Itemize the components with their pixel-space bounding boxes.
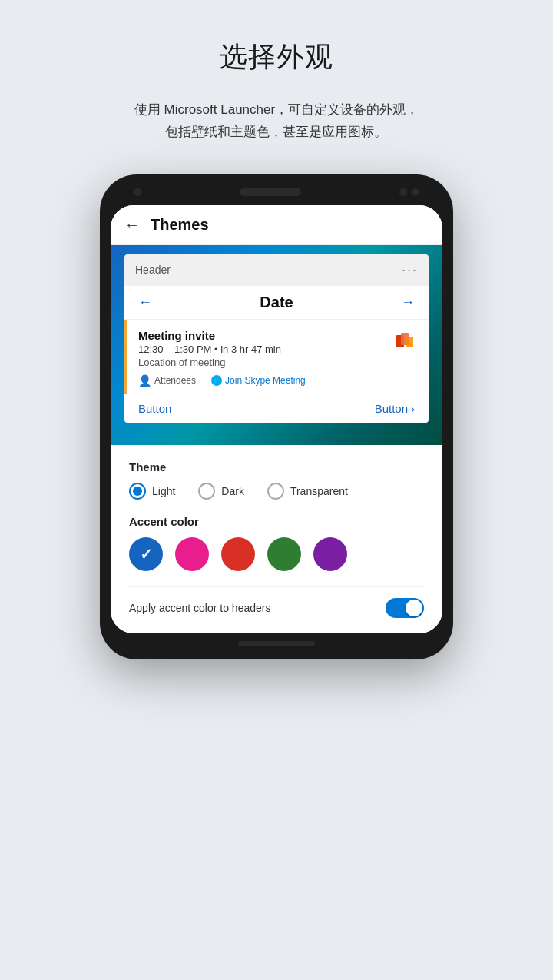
phone-speaker <box>240 188 301 196</box>
skype-icon <box>211 375 222 386</box>
themes-screen-title: Themes <box>151 216 209 234</box>
phone-shell: ← Themes Header ··· ← Date → Meetin <box>100 174 453 659</box>
date-next-arrow-icon[interactable]: → <box>401 294 415 311</box>
phone-cameras-right <box>399 188 419 196</box>
theme-options: Light Dark Transparent <box>129 483 424 500</box>
person-icon: 👤 <box>138 374 151 387</box>
calendar-card-wrapper: Header ··· ← Date → Meeting invite 12:30… <box>124 254 429 423</box>
meeting-location: Location of meeting <box>138 357 393 368</box>
back-arrow-icon[interactable]: ← <box>124 216 140 234</box>
skype-label: Join Skype Meeting <box>225 375 306 386</box>
phone-camera-dot-1 <box>399 188 407 196</box>
meeting-card: Meeting invite 12:30 – 1:30 PM • in 3 hr… <box>124 320 429 394</box>
card-header-text: Header <box>135 264 171 276</box>
meeting-time: 12:30 – 1:30 PM • in 3 hr 47 min <box>138 344 393 355</box>
accent-color-green[interactable] <box>267 537 301 571</box>
theme-section: Theme Light Dark Transparent <box>129 460 424 500</box>
svg-rect-2 <box>406 337 413 347</box>
accent-color-pink[interactable] <box>175 537 209 571</box>
theme-light-label: Light <box>152 485 175 497</box>
card-buttons: Button Button › <box>124 394 429 423</box>
card-date-nav: ← Date → <box>124 286 429 320</box>
radio-transparent[interactable] <box>267 483 284 500</box>
apply-accent-row: Apply accent color to headers <box>129 586 424 621</box>
wallpaper-area: Header ··· ← Date → Meeting invite 12:30… <box>111 245 442 445</box>
apply-accent-toggle[interactable] <box>386 598 424 618</box>
skype-link[interactable]: Join Skype Meeting <box>211 375 306 386</box>
page-subtitle: 使用 Microsoft Launcher，可自定义设备的外观，包括壁纸和主题色… <box>134 99 419 144</box>
phone-bottom-bar <box>238 641 315 646</box>
radio-light-inner <box>133 487 142 496</box>
accent-color-orange-red[interactable] <box>221 537 255 571</box>
settings-area: Theme Light Dark Transparent <box>111 445 442 633</box>
radio-light[interactable] <box>129 483 146 500</box>
card-more-options-icon[interactable]: ··· <box>402 262 418 278</box>
office-icon <box>393 329 418 354</box>
phone-top-bar <box>111 188 442 205</box>
card-header-bar: Header ··· <box>124 254 429 286</box>
theme-transparent-label: Transparent <box>290 485 348 497</box>
card-button-right[interactable]: Button › <box>375 402 415 415</box>
theme-option-transparent[interactable]: Transparent <box>267 483 348 500</box>
phone-screen: ← Themes Header ··· ← Date → Meetin <box>111 205 442 633</box>
theme-option-light[interactable]: Light <box>129 483 175 500</box>
accent-colors <box>129 537 424 571</box>
theme-dark-label: Dark <box>221 485 244 497</box>
accent-section-title: Accent color <box>129 515 424 528</box>
attendees-label: Attendees <box>154 375 196 386</box>
accent-section: Accent color <box>129 515 424 571</box>
card-date-label: Date <box>260 294 293 311</box>
card-button-left[interactable]: Button <box>138 402 171 415</box>
accent-color-purple[interactable] <box>313 537 347 571</box>
phone-camera-left <box>134 188 141 196</box>
page-title: 选择外观 <box>220 38 333 76</box>
toggle-knob <box>406 600 422 616</box>
attendees-link[interactable]: 👤 Attendees <box>138 374 196 387</box>
meeting-links: 👤 Attendees Join Skype Meeting <box>138 374 418 387</box>
office365-logo <box>395 331 416 352</box>
phone-camera-dot-2 <box>412 188 419 196</box>
accent-color-blue[interactable] <box>129 537 163 571</box>
theme-option-dark[interactable]: Dark <box>198 483 244 500</box>
theme-section-title: Theme <box>129 460 424 473</box>
meeting-title: Meeting invite <box>138 329 393 342</box>
apply-accent-label: Apply accent color to headers <box>129 602 270 614</box>
themes-header: ← Themes <box>111 205 442 245</box>
date-prev-arrow-icon[interactable]: ← <box>138 294 152 311</box>
radio-dark[interactable] <box>198 483 215 500</box>
